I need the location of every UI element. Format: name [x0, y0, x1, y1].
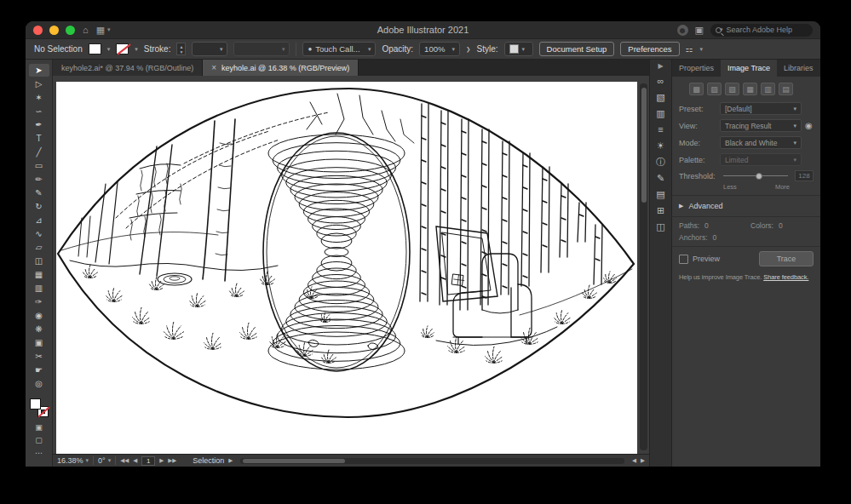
trace-button[interactable]: Trace — [759, 251, 814, 266]
paintbrush-tool[interactable]: ✏ — [29, 173, 49, 186]
collapse-panels-icon[interactable]: ▶ — [658, 63, 663, 70]
selection-tool[interactable]: ➤ — [29, 64, 49, 77]
preset-low-color[interactable]: ▧ — [725, 83, 739, 95]
more-tools-icon[interactable]: ⋯ — [29, 447, 49, 458]
fill-color-swatch[interactable] — [89, 43, 101, 54]
brush-dropdown[interactable]: ●Touch Call...▾ — [302, 42, 376, 56]
opacity-panel-arrow-icon[interactable]: ❯ — [466, 46, 470, 53]
draw-behind-icon[interactable]: ▢ — [29, 434, 49, 445]
document-setup-button[interactable]: Document Setup — [539, 42, 615, 56]
comments-icon[interactable]: ✎ — [657, 174, 664, 183]
view-dropdown[interactable]: Tracing Result▾ — [720, 119, 802, 132]
mesh-tool[interactable]: ▦ — [29, 268, 49, 281]
vertical-scrollbar[interactable] — [640, 83, 647, 450]
preset-black-white[interactable]: ▥ — [761, 83, 775, 95]
zoom-window-button[interactable] — [66, 26, 75, 35]
palette-dropdown[interactable]: Limited▾ — [720, 153, 802, 166]
lasso-tool[interactable]: ∽ — [29, 105, 49, 117]
share-screen-icon[interactable]: ▣ — [695, 26, 704, 35]
draw-normal-icon[interactable]: ▣ — [29, 421, 49, 432]
threshold-slider-knob[interactable] — [756, 173, 762, 180]
previous-artboard-icon[interactable]: ◀ — [133, 457, 137, 464]
fill-indicator[interactable] — [30, 398, 41, 410]
free-transform-tool[interactable]: ▱ — [29, 241, 49, 254]
pen-tool[interactable]: ✒ — [29, 118, 49, 131]
type-tool[interactable]: T — [29, 132, 49, 145]
vertical-scroll-thumb[interactable] — [641, 88, 647, 203]
status-options-icon[interactable]: ▶ — [228, 457, 233, 464]
panel-tab-libraries[interactable]: Libraries — [777, 60, 820, 77]
preview-checkbox[interactable] — [679, 255, 688, 264]
layers-icon[interactable]: ▤ — [656, 190, 664, 199]
hand-tool[interactable]: ☛ — [29, 364, 49, 376]
symbol-sprayer-tool[interactable]: ❋ — [29, 323, 49, 335]
mode-dropdown[interactable]: Black and White▾ — [720, 136, 802, 149]
preset-grayscale[interactable]: ▦ — [743, 83, 757, 95]
asset-export-icon[interactable]: ◫ — [656, 222, 664, 232]
brushes-icon[interactable]: ▥ — [656, 109, 664, 118]
zoom-level-dropdown[interactable]: 16.38%▾ — [57, 456, 89, 465]
preset-dropdown[interactable]: [Default]▾ — [720, 102, 802, 115]
gradient-tool[interactable]: ▥ — [29, 282, 49, 295]
horizontal-scroll-thumb[interactable] — [243, 459, 345, 463]
stroke-color-swatch[interactable] — [116, 43, 129, 54]
preset-high-color[interactable]: ▨ — [707, 83, 722, 95]
fill-stroke-indicator[interactable] — [29, 398, 49, 418]
preset-auto-color[interactable]: ▩ — [689, 83, 704, 95]
rectangle-tool[interactable]: ▭ — [29, 159, 49, 172]
canvas-area[interactable] — [53, 76, 649, 454]
properties-panel-icon[interactable]: ≡ — [658, 125, 663, 135]
rotate-tool[interactable]: ↻ — [29, 200, 49, 213]
info-icon[interactable]: ⓘ — [656, 158, 665, 167]
style-dropdown[interactable]: ▾ — [504, 42, 533, 56]
help-search-field[interactable]: ▾ Search Adobe Help — [710, 24, 813, 37]
width-tool[interactable]: ∿ — [29, 227, 49, 240]
home-icon[interactable]: ⌂ — [83, 26, 89, 35]
pencil-tool[interactable]: ✎ — [29, 186, 49, 199]
advanced-section-toggle[interactable]: ▶ Advanced — [679, 200, 814, 212]
slice-tool[interactable]: ✂ — [29, 350, 49, 363]
user-avatar[interactable]: ☻ — [677, 25, 688, 36]
document-tab-1[interactable]: keyhole2.ai* @ 37.94 % (RGB/Outline) — [53, 60, 203, 76]
blend-tool[interactable]: ◉ — [29, 309, 49, 322]
artboard[interactable] — [56, 82, 637, 454]
last-artboard-icon[interactable]: ▶▶ — [168, 457, 176, 464]
artboard-tool[interactable]: ▣ — [29, 336, 49, 349]
eyedropper-tool[interactable]: ✑ — [29, 295, 49, 308]
appearance-icon[interactable]: ☀ — [657, 141, 665, 151]
panel-tab-image-trace[interactable]: Image Trace — [721, 60, 777, 77]
swatches-icon[interactable]: ▧ — [656, 93, 664, 102]
opacity-dropdown[interactable]: 100%▾ — [419, 42, 460, 56]
threshold-slider[interactable] — [723, 175, 788, 176]
document-tab-2[interactable]: ×keyhole.ai @ 16.38 % (RGB/Preview) — [203, 60, 359, 76]
artboards-icon[interactable]: ⊞ — [657, 206, 664, 215]
threshold-value-field[interactable]: 128 — [795, 170, 814, 181]
workspace-switcher-icon[interactable]: ▦ — [96, 26, 105, 35]
stroke-weight-stepper[interactable]: ▲▼ — [176, 43, 186, 55]
direct-selection-tool[interactable]: ▷ — [29, 77, 49, 90]
line-segment-tool[interactable]: ╱ — [29, 146, 49, 158]
shape-builder-tool[interactable]: ◫ — [29, 255, 49, 267]
first-artboard-icon[interactable]: ◀◀ — [120, 457, 129, 464]
close-tab-icon[interactable]: × — [211, 63, 216, 72]
align-options-icon[interactable]: ⚏ — [686, 44, 694, 54]
scroll-right-icon[interactable]: ▶ — [641, 457, 645, 464]
next-artboard-icon[interactable]: ▶ — [159, 457, 164, 464]
view-eye-icon[interactable]: ◉ — [805, 121, 813, 130]
scroll-left-icon[interactable]: ◀ — [632, 457, 636, 464]
preferences-button[interactable]: Preferences — [620, 42, 679, 56]
scale-tool[interactable]: ⊿ — [29, 214, 49, 226]
artboard-number-field[interactable]: 1 — [141, 456, 155, 466]
zoom-tool[interactable]: ◎ — [29, 377, 49, 390]
minimize-window-button[interactable] — [49, 26, 59, 35]
magic-wand-tool[interactable]: ✶ — [29, 91, 49, 104]
rotation-dropdown[interactable]: 0°▾ — [98, 456, 111, 465]
width-profile-dropdown[interactable]: ▾ — [233, 42, 290, 56]
share-feedback-link[interactable]: Share feedback. — [763, 273, 808, 281]
preset-outline[interactable]: ▤ — [779, 83, 793, 95]
horizontal-scrollbar[interactable] — [240, 458, 624, 464]
link-icon[interactable]: ∞ — [658, 77, 664, 86]
panel-tab-properties[interactable]: Properties — [672, 60, 721, 77]
close-window-button[interactable] — [33, 26, 43, 35]
stroke-weight-dropdown[interactable]: ▾ — [192, 42, 227, 56]
